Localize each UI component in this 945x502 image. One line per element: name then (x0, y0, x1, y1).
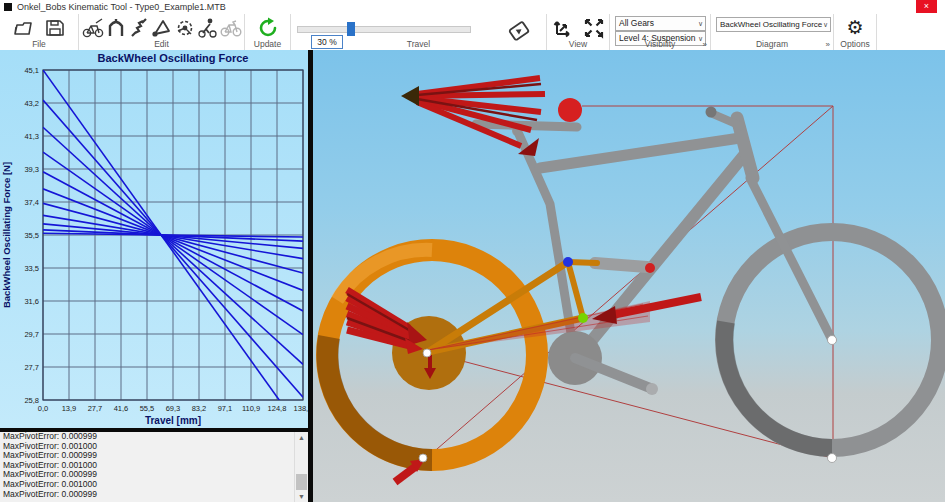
travel-slider-thumb[interactable] (347, 22, 355, 36)
close-button[interactable]: × (916, 0, 937, 13)
save-file-button[interactable] (41, 15, 69, 41)
toolbar-group-options: ⚙ Options (834, 14, 877, 50)
y-tick-label: 37,4 (24, 198, 39, 207)
drivetrain-gear-icon (174, 17, 196, 39)
mass-marker-ball (558, 98, 582, 122)
edit-rider-button[interactable] (196, 15, 219, 41)
toolbar-group-update: Update (245, 14, 291, 50)
toolbar-group-view: View (547, 14, 610, 50)
file-group-label: File (0, 39, 78, 49)
x-tick-label: 110,9 (242, 404, 260, 413)
options-button[interactable]: ⚙ (841, 15, 869, 41)
left-panel: BackWheel Oscillating Force45,143,241,33… (0, 50, 308, 502)
gears-select-value: All Gears (619, 18, 654, 28)
x-tick-label: 55,5 (140, 404, 155, 413)
y-tick-label: 45,1 (24, 66, 39, 75)
x-tick-label: 83,2 (192, 404, 207, 413)
app-window: Onkel_Bobs Kinematic Tool - Type0_Exampl… (0, 0, 945, 502)
chevron-down-icon: ∨ (698, 17, 703, 30)
x-tick-label: 13,9 (62, 404, 77, 413)
open-file-button[interactable] (10, 15, 38, 41)
bike-geometry-icon (82, 17, 104, 39)
y-tick-label: 33,5 (24, 264, 39, 273)
fit-view-button[interactable] (580, 15, 608, 41)
toolbar-group-edit: Edit (79, 14, 245, 50)
pan-view-button[interactable] (549, 15, 577, 41)
diagram-select[interactable]: BackWheel Oscillating Force ∨ (716, 17, 831, 32)
visibility-group-label: Visibility (610, 39, 710, 49)
fork-icon (105, 17, 127, 39)
log-panel[interactable]: MaxPivotError: 0.000999MaxPivotError: 0.… (0, 432, 308, 502)
chevron-down-icon: ∨ (823, 18, 828, 31)
options-group-label: Options (834, 39, 876, 49)
scroll-up-button[interactable]: ▲ (295, 432, 308, 443)
edit-group-label: Edit (79, 39, 244, 49)
toolbar-group-diagram: BackWheel Oscillating Force ∨ Diagram » (711, 14, 834, 50)
y-tick-label: 35,5 (24, 231, 39, 240)
log-line: MaxPivotError: 0.000999 (0, 490, 295, 500)
refresh-icon (256, 16, 280, 40)
app-icon (4, 3, 12, 11)
y-tick-label: 31,6 (24, 297, 39, 306)
pivot-point-blue (563, 257, 573, 267)
edit-full-bike-button[interactable] (219, 15, 242, 41)
diagram-select-value: BackWheel Oscillating Force (720, 20, 822, 29)
rider-icon (197, 17, 219, 39)
toolbar-group-visibility: All Gears ∨ Level 4: Suspension ∨ Visibi… (610, 14, 711, 50)
toolbar-spacer (877, 14, 945, 50)
travel-slider-track[interactable] (297, 26, 471, 33)
diagram-more-button[interactable]: » (826, 40, 830, 49)
pivot-point-green (578, 313, 588, 323)
x-tick-label: 69,3 (166, 404, 181, 413)
edit-rear-triangle-button[interactable] (150, 15, 173, 41)
force-chart: BackWheel Oscillating Force45,143,241,33… (0, 50, 308, 428)
diagram-group-label: Diagram (711, 39, 833, 49)
content-area: BackWheel Oscillating Force45,143,241,33… (0, 50, 945, 502)
bike-3d-render (313, 50, 945, 502)
x-tick-label: 138,7 (294, 404, 308, 413)
x-tick-label: 0,0 (38, 404, 48, 413)
gears-select[interactable]: All Gears ∨ (615, 16, 706, 31)
y-tick-label: 39,3 (24, 165, 39, 174)
x-tick-label: 41,6 (114, 404, 129, 413)
rear-triangle-icon (151, 17, 173, 39)
scrollbar-thumb[interactable] (296, 474, 307, 490)
pivot-point-red (645, 263, 655, 273)
3d-viewport[interactable] (313, 50, 945, 502)
toolbar-group-file: File (0, 14, 79, 50)
edit-fork-button[interactable] (104, 15, 127, 41)
scroll-down-button[interactable]: ▼ (295, 491, 308, 502)
log-line-list: MaxPivotError: 0.000999MaxPivotError: 0.… (0, 432, 295, 499)
view-group-label: View (547, 39, 609, 49)
handlebar-grip (706, 107, 717, 118)
pedal (646, 383, 658, 395)
top-tube (540, 138, 740, 168)
visibility-more-button[interactable]: » (703, 40, 707, 49)
log-scrollbar[interactable]: ▲ ▼ (294, 432, 308, 502)
shock (595, 263, 647, 267)
edit-shock-button[interactable] (127, 15, 150, 41)
gear-icon: ⚙ (846, 16, 863, 40)
edit-drivetrain-button[interactable] (173, 15, 196, 41)
window-title: Onkel_Bobs Kinematic Tool - Type0_Exampl… (17, 2, 226, 12)
x-tick-label: 124,8 (268, 404, 287, 413)
title-bar: Onkel_Bobs Kinematic Tool - Type0_Exampl… (0, 0, 945, 15)
rear-wheel (327, 250, 537, 460)
save-floppy-icon (43, 17, 67, 39)
toolbar: File (0, 14, 945, 50)
y-tick-label: 43,2 (24, 99, 39, 108)
x-tick-label: 97,1 (218, 404, 233, 413)
y-axis-title: BackWheel Oscillating Force [N] (1, 162, 12, 308)
x-axis-title: Travel [mm] (145, 415, 201, 426)
travel-group-label: Travel (291, 39, 546, 49)
y-tick-label: 41,3 (24, 132, 39, 141)
shock-spring-icon (128, 17, 150, 39)
edit-geometry-button[interactable] (81, 15, 104, 41)
x-tick-label: 27,7 (88, 404, 103, 413)
update-group-label: Update (245, 39, 290, 49)
toolbar-group-travel: 30 % Travel (291, 14, 547, 50)
y-tick-label: 29,7 (24, 330, 39, 339)
full-bike-icon (220, 17, 242, 39)
y-tick-label: 27,7 (24, 363, 39, 372)
update-button[interactable] (254, 15, 282, 41)
